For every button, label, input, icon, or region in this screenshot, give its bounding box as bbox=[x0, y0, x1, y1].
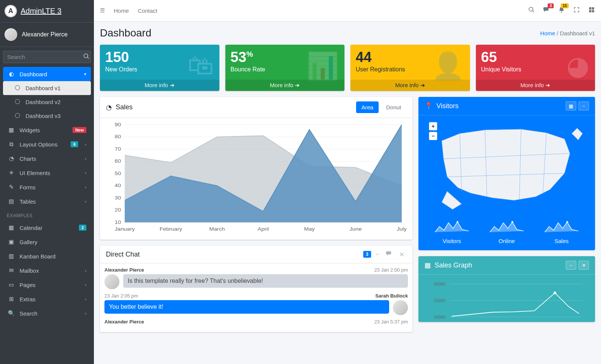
nav-home[interactable]: Home bbox=[114, 8, 129, 14]
chat-sender: Sarah Bullock bbox=[375, 293, 408, 299]
sparkline-icon bbox=[545, 219, 578, 234]
stats-icon: 📊 bbox=[306, 50, 339, 81]
table-icon: ▤ bbox=[8, 198, 15, 205]
topbar-messages[interactable]: 3 bbox=[543, 6, 550, 15]
sidebar-item-forms[interactable]: ✎ Forms ‹ bbox=[3, 180, 91, 194]
sidebar-item-pages[interactable]: ▭ Pages ‹ bbox=[3, 278, 91, 292]
chat-sender: Alexander Pierce bbox=[104, 319, 144, 325]
chat-message: Alexander Pierce23 Jan 5:37 pm bbox=[104, 319, 408, 325]
sidebar-item-label: Widgets bbox=[20, 127, 40, 133]
circle-icon bbox=[14, 99, 21, 105]
chevron-left-icon: ‹ bbox=[85, 142, 86, 147]
menu-toggle[interactable]: ☰ bbox=[100, 7, 105, 14]
box-new-orders: 150 New Orders 🛍 More info ➜ bbox=[100, 45, 219, 91]
arrow-circle-icon: ➜ bbox=[170, 82, 175, 88]
tab-donut[interactable]: Donut bbox=[381, 101, 406, 113]
svg-text:10: 10 bbox=[115, 220, 121, 225]
sidebar-item-dashboard-v2[interactable]: Dashboard v2 bbox=[3, 95, 91, 109]
badge-count: 2 bbox=[79, 225, 86, 231]
chevron-left-icon: ‹ bbox=[85, 199, 86, 204]
collapse-button[interactable]: − bbox=[578, 101, 589, 110]
chevron-left-icon: ‹ bbox=[85, 311, 86, 316]
sidebar-item-label: Gallery bbox=[20, 239, 38, 245]
svg-point-27 bbox=[566, 221, 568, 223]
th-icon: ▦ bbox=[424, 261, 431, 269]
envelope-icon: ✉ bbox=[8, 267, 15, 274]
spark-item: Visitors bbox=[435, 219, 469, 244]
collapse-button[interactable]: − bbox=[373, 251, 381, 258]
box-more-link[interactable]: More info ➜ bbox=[350, 80, 470, 91]
circle-icon bbox=[14, 85, 21, 91]
sidebar-item-ui[interactable]: ✳ UI Elements ‹ bbox=[3, 166, 91, 180]
box-more-link[interactable]: More info ➜ bbox=[225, 80, 345, 91]
tree-icon: ✳ bbox=[8, 169, 15, 176]
card-title: Sales bbox=[116, 103, 133, 111]
content-header: Dashboard Home / Dashboard v1 bbox=[94, 21, 601, 45]
close-button[interactable]: ✕ bbox=[578, 261, 589, 270]
topbar: ☰ Home Contact 3 15 bbox=[94, 0, 601, 21]
sidebar-item-tables[interactable]: ▤ Tables ‹ bbox=[3, 194, 91, 208]
brand-link[interactable]: A AdminLTE 3 bbox=[0, 0, 94, 23]
svg-point-26 bbox=[512, 221, 513, 223]
collapse-button[interactable]: − bbox=[566, 261, 576, 270]
map-zoom-out[interactable]: − bbox=[429, 132, 437, 140]
user-panel[interactable]: Alexander Pierce bbox=[0, 23, 94, 47]
image-icon: ▣ bbox=[8, 239, 15, 245]
sidebar-item-widgets[interactable]: ▦ Widgets New bbox=[3, 123, 91, 137]
svg-text:20: 20 bbox=[115, 208, 121, 213]
breadcrumb-home[interactable]: Home bbox=[540, 30, 555, 36]
sidebar-item-dashboard[interactable]: ◐ Dashboard ▾ bbox=[3, 67, 91, 81]
nav-contact[interactable]: Contact bbox=[138, 8, 157, 14]
chat-sender: Alexander Pierce bbox=[104, 267, 144, 273]
breadcrumb-sep: / bbox=[557, 30, 558, 36]
map-zoom-in[interactable]: + bbox=[429, 122, 437, 130]
sidebar-item-gallery[interactable]: ▣ Gallery bbox=[3, 235, 91, 249]
box-more-link[interactable]: More info ➜ bbox=[100, 80, 219, 91]
svg-text:20000: 20000 bbox=[434, 282, 445, 286]
svg-text:90: 90 bbox=[115, 122, 121, 127]
bars-icon: ☰ bbox=[100, 7, 105, 14]
topbar-fullscreen[interactable] bbox=[573, 6, 580, 15]
topbar-grid[interactable] bbox=[588, 6, 595, 15]
chevron-down-icon: ▾ bbox=[84, 72, 86, 77]
box-more-link[interactable]: More info ➜ bbox=[476, 80, 595, 91]
spark-label: Sales bbox=[545, 238, 578, 244]
sidebar-header-examples: EXAMPLES bbox=[3, 208, 91, 221]
sidebar-item-search[interactable]: 🔍 Search ‹ bbox=[3, 306, 91, 320]
search-icon: 🔍 bbox=[8, 310, 15, 317]
sidebar-item-label: Tables bbox=[20, 198, 36, 205]
badge-count: 6 bbox=[71, 141, 78, 147]
contacts-toggle[interactable] bbox=[384, 250, 395, 258]
calendar-icon: ▦ bbox=[569, 103, 573, 109]
topbar-alerts[interactable]: 15 bbox=[558, 6, 565, 15]
sidebar-item-label: Layout Options bbox=[20, 141, 57, 148]
sidebar-item-label: Calendar bbox=[20, 225, 42, 231]
sidebar-item-layout[interactable]: ⧉ Layout Options 6 ‹ bbox=[3, 137, 91, 151]
calendar-icon: ▦ bbox=[8, 224, 15, 231]
svg-text:March: March bbox=[209, 227, 225, 231]
sidebar-item-charts[interactable]: ◔ Charts ‹ bbox=[3, 151, 91, 166]
sales-chart: 102030405060708090JanuaryFebruaryMarchAp… bbox=[100, 118, 412, 240]
sidebar-item-mailbox[interactable]: ✉ Mailbox ‹ bbox=[3, 263, 91, 278]
topbar-search[interactable] bbox=[528, 6, 535, 15]
close-button[interactable]: ✕ bbox=[397, 251, 406, 258]
tab-area[interactable]: Area bbox=[356, 101, 379, 113]
card-title: Direct Chat bbox=[106, 251, 140, 258]
more-label: More info bbox=[520, 82, 545, 88]
sidebar-item-dashboard-v3[interactable]: Dashboard v3 bbox=[3, 109, 91, 123]
sidebar-item-kanban[interactable]: ▥ Kanban Board bbox=[3, 249, 91, 263]
chat-badge: 3 bbox=[363, 251, 371, 258]
visitors-map[interactable]: + − bbox=[418, 115, 595, 217]
search-button[interactable] bbox=[82, 51, 91, 63]
sidebar-item-label: Kanban Board bbox=[20, 253, 56, 260]
copy-icon: ⧉ bbox=[8, 141, 15, 148]
page-title: Dashboard bbox=[100, 27, 151, 39]
chevron-left-icon: ‹ bbox=[85, 297, 86, 301]
date-button[interactable]: ▦ bbox=[566, 101, 576, 110]
sidebar-item-calendar[interactable]: ▦ Calendar 2 bbox=[3, 221, 91, 235]
sidebar-item-extras[interactable]: ⊞ Extras ‹ bbox=[3, 292, 91, 306]
search-input[interactable] bbox=[3, 51, 82, 63]
sidebar-item-dashboard-v1[interactable]: Dashboard v1 bbox=[3, 81, 91, 95]
sidebar-item-label: Extras bbox=[20, 296, 36, 302]
bag-icon: 🛍 bbox=[187, 50, 214, 80]
